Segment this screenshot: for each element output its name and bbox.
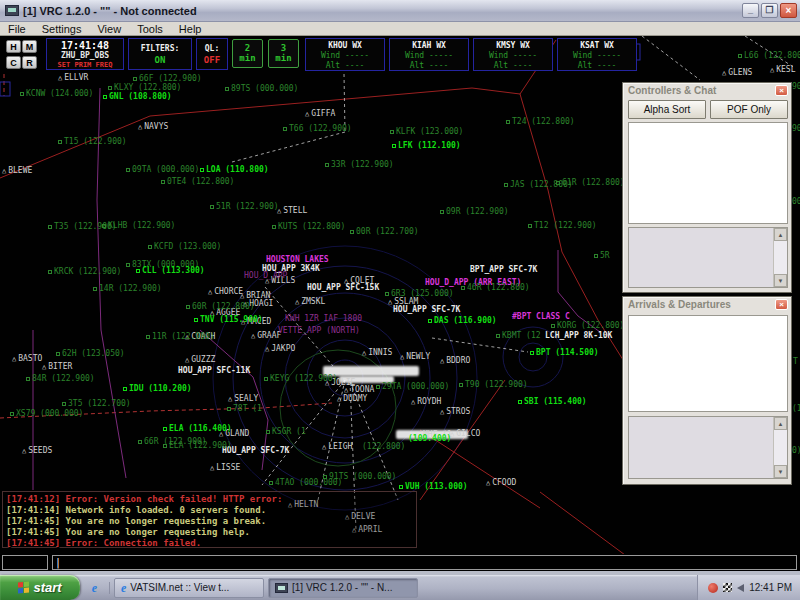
quicklook-panel[interactable]: QL: OFF — [196, 38, 228, 70]
internet-explorer-icon: e — [121, 582, 126, 594]
task-button[interactable]: [1] VRC 1.2.0 - "" - N... — [268, 578, 418, 598]
command-input[interactable]: | — [52, 555, 797, 570]
weather-title: KHOU WX — [306, 41, 384, 51]
taskbar: start e eVATSIM.net :: View t...[1] VRC … — [0, 575, 800, 600]
weather-alt: Alt ---- — [558, 61, 636, 71]
task-button[interactable]: eVATSIM.net :: View t... — [114, 578, 264, 598]
mode-button-m[interactable]: M — [22, 40, 37, 53]
menu-item-view[interactable]: View — [89, 22, 129, 36]
quick-launch: e — [80, 582, 110, 594]
clock-panel: 17:41:48 ZHU_BP_OBS SET PRIM FREQ — [46, 38, 124, 70]
radar-toolbar: HMCR 17:41:48 ZHU_BP_OBS SET PRIM FREQ F… — [0, 36, 800, 72]
log-line: [17:41:45] You are no longer requesting … — [6, 516, 413, 527]
weather-alt: Alt ---- — [390, 61, 468, 71]
task-button-list: eVATSIM.net :: View t...[1] VRC 1.2.0 - … — [110, 578, 418, 598]
close-icon[interactable]: × — [775, 299, 788, 310]
weather-wind: Wind ----- — [558, 51, 636, 61]
flight-scrollbar[interactable]: ▲ ▼ — [773, 417, 787, 478]
maximize-button[interactable]: ❐ — [761, 3, 778, 18]
task-label: VATSIM.net :: View t... — [130, 582, 229, 593]
message-log: [17:41:12] Error: Version check failed! … — [2, 491, 417, 548]
close-icon[interactable]: × — [775, 85, 788, 96]
mode-button-h[interactable]: H — [6, 40, 21, 53]
controllers-chat-titlebar: Controllers & Chat × — [623, 83, 791, 97]
weather-panel-ksat: KSAT WXWind -----Alt ---- — [557, 38, 637, 71]
system-tray: 12:41 PM — [697, 575, 800, 600]
log-line: [17:41:14] Network info loaded. 0 server… — [6, 505, 413, 516]
log-line: [17:41:45] Error: Connection failed. — [6, 538, 413, 549]
filters-panel[interactable]: FILTERS: ON — [128, 38, 192, 70]
weather-wind: Wind ----- — [306, 51, 384, 61]
weather-title: KSAT WX — [558, 41, 636, 51]
log-line: [17:41:45] You are no longer requesting … — [6, 527, 413, 538]
weather-wind: Wind ----- — [390, 51, 468, 61]
weather-alt: Alt ---- — [306, 61, 384, 71]
scroll-down-icon[interactable]: ▼ — [774, 465, 787, 478]
radio-selector-box[interactable] — [2, 555, 48, 570]
vrc-app-icon — [5, 5, 19, 16]
mode-button-c[interactable]: C — [6, 56, 21, 69]
scroll-down-icon[interactable]: ▼ — [774, 274, 787, 287]
start-button[interactable]: start — [0, 575, 80, 600]
menu-item-tools[interactable]: Tools — [129, 22, 171, 36]
chat-scrollbar[interactable]: ▲ ▼ — [773, 228, 787, 287]
controllers-chat-title: Controllers & Chat — [628, 85, 775, 96]
timer-button-3min[interactable]: 3min — [268, 39, 299, 68]
clock-time: 17:41:48 — [47, 40, 123, 51]
minimize-button[interactable]: _ — [742, 3, 759, 18]
arrivals-departures-panel: Arrivals & Departures × ▲ ▼ — [622, 296, 792, 485]
callsign: ZHU_BP_OBS — [47, 51, 123, 61]
command-input-row: | — [0, 554, 800, 571]
flight-list[interactable] — [628, 315, 788, 412]
filters-value: ON — [129, 54, 191, 66]
menu-item-help[interactable]: Help — [171, 22, 210, 36]
weather-title: KMSY WX — [474, 41, 552, 51]
weather-panel-kiah: KIAH WXWind -----Alt ---- — [389, 38, 469, 71]
start-label: start — [33, 580, 61, 595]
window-title: [1] VRC 1.2.0 - "" - Not connected — [23, 5, 740, 17]
flight-text-area[interactable]: ▲ ▼ — [628, 416, 788, 479]
task-label: [1] VRC 1.2.0 - "" - N... — [292, 582, 392, 593]
security-alert-icon[interactable] — [708, 583, 718, 593]
log-line: [17:41:12] Error: Version check failed! … — [6, 494, 413, 505]
windows-logo-icon — [18, 581, 29, 593]
taskbar-clock: 12:41 PM — [749, 582, 792, 593]
vrc-monitor-icon — [275, 583, 288, 593]
menu-bar: FileSettingsViewToolsHelp — [0, 22, 800, 36]
weather-title: KIAH WX — [390, 41, 468, 51]
pof-only-button[interactable]: POF Only — [710, 100, 788, 119]
mode-button-group: HMCR — [6, 40, 42, 70]
internet-explorer-icon[interactable]: e — [92, 582, 97, 594]
weather-alt: Alt ---- — [474, 61, 552, 71]
scroll-up-icon[interactable]: ▲ — [774, 228, 787, 241]
menu-item-settings[interactable]: Settings — [34, 22, 90, 36]
weather-panel-kmsy: KMSY WXWind -----Alt ---- — [473, 38, 553, 71]
text-caret: | — [55, 556, 61, 569]
primary-freq-alert: SET PRIM FREQ — [47, 61, 123, 70]
alpha-sort-button[interactable]: Alpha Sort — [628, 100, 706, 119]
mode-button-r[interactable]: R — [22, 56, 37, 69]
volume-icon[interactable] — [737, 584, 744, 592]
filters-label: FILTERS: — [129, 43, 191, 54]
quicklook-label: QL: — [197, 43, 227, 54]
arrivals-departures-title: Arrivals & Departures — [628, 299, 775, 310]
tray-app-icon[interactable] — [723, 583, 732, 592]
title-bar: [1] VRC 1.2.0 - "" - Not connected _ ❐ × — [0, 0, 800, 22]
scroll-up-icon[interactable]: ▲ — [774, 417, 787, 430]
timer-button-2min[interactable]: 2min — [232, 39, 263, 68]
weather-panel-khou: KHOU WXWind -----Alt ---- — [305, 38, 385, 71]
menu-item-file[interactable]: File — [0, 22, 34, 36]
close-button[interactable]: × — [780, 3, 797, 18]
vrc-window: △ELLVR△NAVYS△BLEWE△GIFFA△STELL△CHORCE△BR… — [0, 0, 800, 600]
arrivals-departures-titlebar: Arrivals & Departures × — [623, 297, 791, 311]
controllers-chat-panel: Controllers & Chat × Alpha Sort POF Only… — [622, 82, 792, 293]
quicklook-value: OFF — [197, 54, 227, 66]
weather-wind: Wind ----- — [474, 51, 552, 61]
chat-text-area[interactable]: ▲ ▼ — [628, 227, 788, 288]
controller-list[interactable] — [628, 122, 788, 224]
